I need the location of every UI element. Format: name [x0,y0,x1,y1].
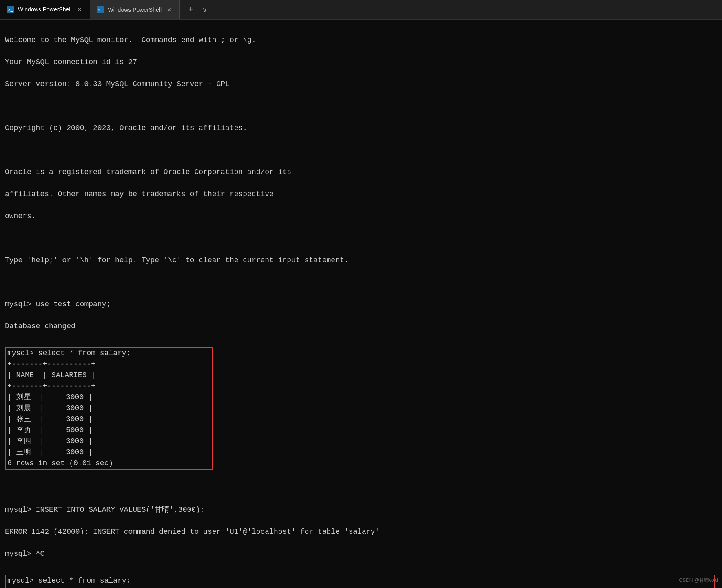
powershell-icon-1: >_ [7,6,14,13]
terminal-line-10 [5,233,717,244]
tab-1-close[interactable]: ✕ [76,6,83,13]
terminal-content: Welcome to the MySQL monitor. Commands e… [0,20,722,347]
select-block-2-content: mysql> select * from salary; ERROR 1142 … [6,575,714,588]
tab-1[interactable]: >_ Windows PowerShell ✕ [0,0,90,19]
select-table-4: | 刘晨 | 3000 | [7,404,93,412]
svg-text:>_: >_ [98,8,103,12]
terminal-line-8: affiliates. Other names may be trademark… [5,189,717,200]
select-block-2-container: mysql> select * from salary; ERROR 1142 … [0,575,722,588]
select-block-1-border: mysql> select * from salary; +-------+--… [5,347,213,470]
terminal-line-5: Copyright (c) 2000, 2023, Oracle and/or … [5,123,717,134]
terminal-use-command: mysql> use test_company; [5,299,717,310]
select-cmd-2: mysql> select * from salary; [7,577,131,585]
ctrl-c-line: mysql> ^C [5,548,717,559]
terminal-line-3: Server version: 8.0.33 MySQL Community S… [5,79,717,90]
powershell-icon-2: >_ [97,6,104,13]
tab-1-label: Windows PowerShell [18,6,72,13]
terminal-line-2: Your MySQL connection id is 27 [5,57,717,68]
insert-command: mysql> INSERT INTO SALARY VALUES('甘晴',30… [5,504,717,515]
select-block-1-content: mysql> select * from salary; +-------+--… [6,348,212,469]
select-cmd: mysql> select * from salary; [7,349,131,357]
select-table-8: | 王明 | 3000 | [7,448,93,456]
terminal-line-1: Welcome to the MySQL monitor. Commands e… [5,35,717,46]
terminal-line-9: owners. [5,211,717,222]
terminal-line-7: Oracle is a registered trademark of Orac… [5,167,717,178]
new-tab-button[interactable]: + [185,4,197,16]
select-table-0: +-------+----------+ [7,360,95,368]
watermark: CSDN @甘晴void [679,577,718,584]
tab-2-label: Windows PowerShell [108,7,162,13]
insert-error: ERROR 1142 (42000): INSERT command denie… [5,526,717,537]
tab-2-close[interactable]: ✕ [166,6,173,13]
terminal-line-12 [5,277,717,288]
terminal-line-4 [5,101,717,112]
select-table-1: | NAME | SALARIES | [7,371,95,379]
select-footer: 6 rows in set (0.01 sec) [7,459,113,467]
title-bar: >_ Windows PowerShell ✕ >_ Windows Power… [0,0,722,20]
select-table-6: | 李勇 | 5000 | [7,426,93,434]
svg-text:>_: >_ [8,8,13,12]
select-table-2: +-------+----------+ [7,382,95,390]
dropdown-button[interactable]: ∨ [199,4,211,16]
select-block-2-border: mysql> select * from salary; ERROR 1142 … [5,575,715,588]
after-select-block: mysql> INSERT INTO SALARY VALUES('甘晴',30… [0,470,722,575]
select-table-7: | 李四 | 3000 | [7,437,93,445]
tab-actions: + ∨ [180,0,216,19]
select-block-1-container: mysql> select * from salary; +-------+--… [0,347,722,470]
select-table-3: | 刘星 | 3000 | [7,393,93,401]
after-select-blank [5,482,717,493]
terminal-db-changed: Database changed [5,321,717,332]
select-table-5: | 张三 | 3000 | [7,415,93,423]
tab-2[interactable]: >_ Windows PowerShell ✕ [90,0,180,19]
terminal-line-6 [5,145,717,156]
terminal-line-11: Type 'help;' or '\h' for help. Type '\c'… [5,255,717,266]
